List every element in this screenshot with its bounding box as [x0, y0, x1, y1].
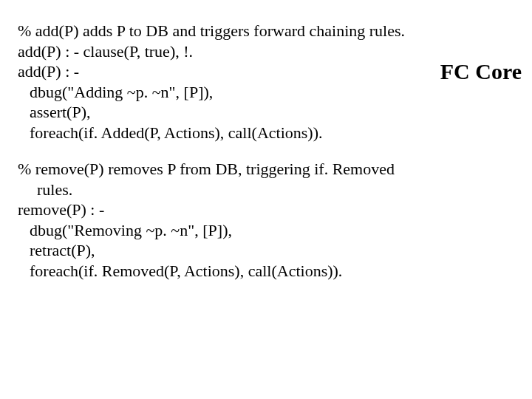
code-line: rules.: [18, 180, 519, 200]
code-line: remove(P) : -: [18, 200, 519, 220]
code-line: foreach(if. Added(P, Actions), call(Acti…: [18, 123, 519, 143]
remove-block: % remove(P) removes P from DB, triggerin…: [18, 159, 519, 281]
code-line: % add(P) adds P to DB and triggers forwa…: [18, 21, 519, 41]
code-line: % remove(P) removes P from DB, triggerin…: [18, 159, 519, 180]
code-line: dbug("Removing ~p. ~n", [P]),: [18, 220, 519, 241]
fc-core-heading: FC Core: [440, 58, 522, 86]
code-line: assert(P),: [18, 102, 519, 123]
code-line: foreach(if. Removed(P, Actions), call(Ac…: [18, 261, 519, 282]
code-line: retract(P),: [18, 240, 519, 261]
add-block: FC Core % add(P) adds P to DB and trigge…: [18, 21, 519, 143]
